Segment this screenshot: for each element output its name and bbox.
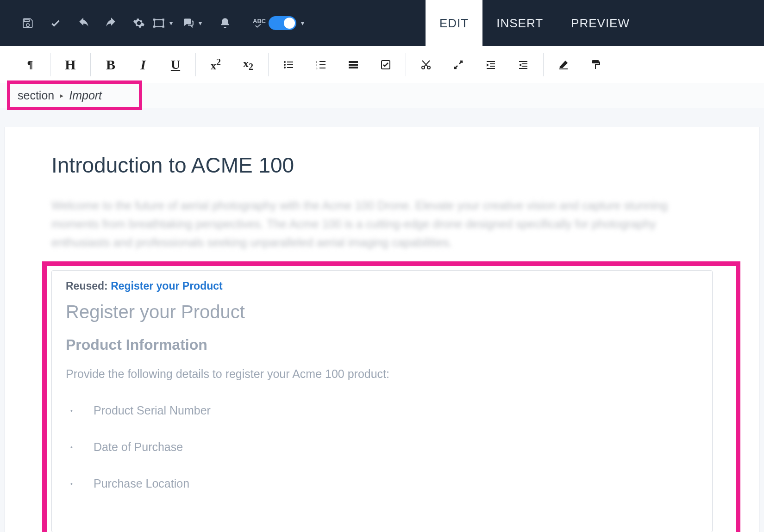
superscript-icon[interactable]: x2: [204, 53, 227, 76]
bullet-icon: •: [70, 480, 94, 488]
breadcrumb-section[interactable]: section: [18, 89, 54, 102]
content-area: Introduction to ACME 100 Welcome to the …: [0, 108, 764, 532]
reused-content-block[interactable]: Reused: Register your Product Register y…: [51, 270, 713, 532]
svg-rect-6: [287, 62, 293, 62]
subscript-icon[interactable]: x2: [237, 53, 260, 76]
layout-dropdown[interactable]: ▾: [153, 0, 173, 46]
heading-icon[interactable]: H: [59, 53, 82, 76]
svg-rect-28: [522, 63, 527, 64]
svg-rect-18: [349, 64, 358, 66]
svg-rect-27: [519, 61, 527, 62]
numbered-list-icon[interactable]: 123: [309, 53, 332, 76]
reused-subheading: Product Information: [66, 336, 698, 353]
bullet-icon: •: [70, 444, 94, 451]
svg-point-9: [284, 67, 286, 68]
format-painter-icon[interactable]: [584, 53, 607, 76]
document-title[interactable]: Introduction to ACME 100: [51, 153, 713, 178]
svg-rect-26: [487, 68, 495, 69]
layout-icon: [153, 0, 165, 46]
spellcheck-toggle[interactable]: [269, 16, 296, 30]
svg-rect-1: [153, 19, 155, 20]
reused-heading: Register your Product: [66, 302, 698, 322]
bell-icon[interactable]: [211, 0, 239, 46]
block-list-icon[interactable]: [342, 53, 365, 76]
settings-icon[interactable]: [125, 0, 153, 46]
svg-rect-4: [163, 25, 164, 27]
svg-rect-25: [490, 66, 495, 67]
svg-rect-14: [319, 64, 326, 65]
svg-point-5: [284, 61, 286, 63]
reused-label: Reused: Register your Product: [66, 280, 698, 292]
reused-intro: Provide the following details to registe…: [66, 367, 698, 381]
bold-icon[interactable]: B: [99, 53, 122, 76]
svg-rect-29: [522, 66, 527, 67]
chevron-down-icon: ▾: [169, 19, 173, 27]
reused-prefix: Reused:: [66, 280, 111, 292]
svg-text:3: 3: [316, 67, 318, 70]
breadcrumb-separator-icon: ▸: [60, 91, 63, 100]
tab-insert[interactable]: INSERT: [482, 0, 557, 46]
svg-rect-10: [287, 67, 293, 68]
list-item-text: Purchase Location: [94, 477, 189, 490]
svg-rect-8: [287, 64, 293, 65]
comments-icon: [182, 0, 194, 46]
paragraph-icon[interactable]: ¶: [19, 53, 42, 76]
tab-edit[interactable]: EDIT: [426, 0, 482, 46]
reused-list: •Product Serial Number •Date of Purchase…: [66, 404, 698, 490]
reused-link[interactable]: Register your Product: [111, 280, 223, 292]
svg-rect-24: [490, 63, 495, 64]
list-item-text: Date of Purchase: [94, 440, 183, 454]
format-toolbar: ¶ H B I U x2 x2 123: [0, 46, 764, 83]
svg-rect-3: [153, 25, 155, 27]
breadcrumb-bar: section ▸ Import: [0, 83, 764, 108]
comments-dropdown[interactable]: ▾: [182, 0, 202, 46]
cut-icon[interactable]: [414, 53, 438, 76]
svg-point-7: [284, 64, 286, 66]
svg-rect-17: [349, 61, 358, 63]
chevron-down-icon: ▾: [199, 19, 202, 27]
bullet-icon: •: [70, 407, 94, 414]
indent-icon[interactable]: [479, 53, 502, 76]
svg-rect-23: [487, 61, 495, 62]
spellcheck-icon: ABC: [253, 18, 266, 29]
mode-tabs: EDIT INSERT PREVIEW: [426, 0, 764, 46]
document[interactable]: Introduction to ACME 100 Welcome to the …: [5, 127, 759, 532]
save-icon[interactable]: [14, 0, 42, 46]
tab-preview[interactable]: PREVIEW: [557, 0, 644, 46]
underline-icon[interactable]: U: [164, 53, 187, 76]
list-item: •Date of Purchase: [70, 440, 698, 454]
svg-rect-31: [592, 60, 599, 63]
svg-rect-19: [349, 67, 358, 68]
chevron-down-icon: ▾: [301, 19, 304, 27]
italic-icon[interactable]: I: [132, 53, 155, 76]
redo-icon[interactable]: [97, 0, 125, 46]
svg-rect-16: [319, 68, 326, 68]
bullet-list-icon[interactable]: [277, 53, 300, 76]
list-item-text: Product Serial Number: [94, 404, 211, 417]
list-item: •Purchase Location: [70, 477, 698, 490]
check-icon[interactable]: [42, 0, 69, 46]
checklist-icon[interactable]: [374, 53, 397, 76]
collapse-icon[interactable]: [447, 53, 470, 76]
svg-rect-2: [163, 19, 164, 20]
svg-rect-30: [519, 68, 527, 69]
outdent-icon[interactable]: [512, 53, 535, 76]
main-toolbar: ▾ ▾ ABC ▾ EDIT INSERT PREVIEW: [0, 0, 764, 46]
undo-icon[interactable]: [69, 0, 97, 46]
svg-rect-12: [319, 61, 326, 62]
breadcrumb-import[interactable]: Import: [69, 89, 102, 102]
svg-rect-0: [154, 19, 163, 26]
document-intro-paragraph: Welcome to the future of aerial photogra…: [51, 196, 713, 252]
eraser-icon[interactable]: [552, 53, 575, 76]
spellcheck-group[interactable]: ABC ▾: [253, 16, 304, 30]
list-item: •Product Serial Number: [70, 404, 698, 417]
